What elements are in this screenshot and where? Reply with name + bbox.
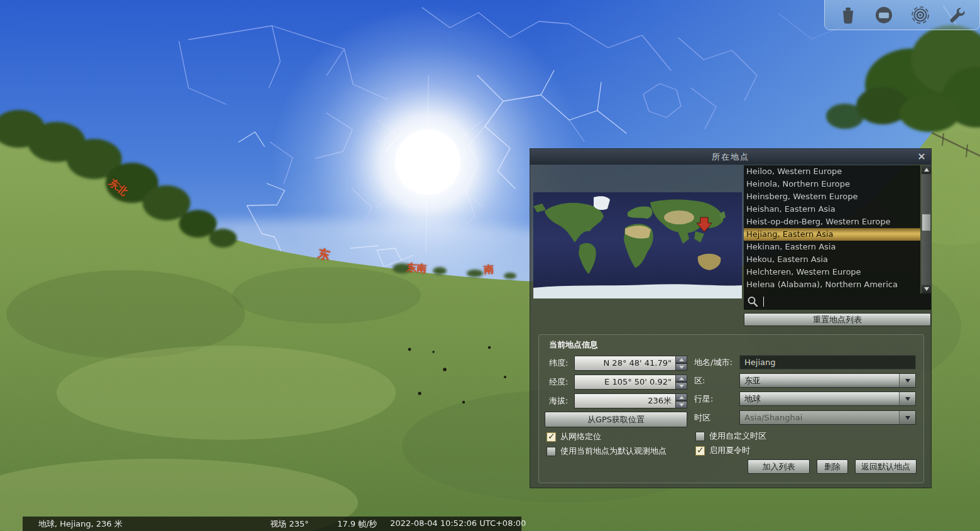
delete-button[interactable]: 删除: [817, 459, 848, 474]
checkbox-label: 使用自定义时区: [709, 430, 766, 442]
chevron-down-icon: [899, 374, 915, 387]
city-name-input[interactable]: Hejiang: [739, 355, 916, 370]
location-list-item[interactable]: Helena (Alabama), Northern America: [744, 278, 920, 291]
region-dropdown[interactable]: 东亚: [739, 373, 916, 388]
return-to-default-button[interactable]: 返回默认地点: [855, 459, 917, 474]
trash-icon[interactable]: [837, 4, 859, 26]
reset-location-list-button[interactable]: 重置地点列表: [744, 313, 931, 326]
longitude-label: 经度:: [549, 375, 568, 390]
altitude-spinbox: 236米: [574, 393, 687, 408]
location-list-item[interactable]: Hekinan, Eastern Asia: [744, 241, 920, 253]
checkbox-use-as-default[interactable]: 使用当前地点为默认观测地点: [547, 446, 667, 457]
checkbox-daylight-saving[interactable]: 启用夏令时: [695, 445, 750, 456]
target-icon[interactable]: [910, 4, 931, 26]
region-value: 东亚: [740, 374, 899, 387]
status-location: 地球, Hejiang, 236 米: [38, 518, 122, 530]
region-label: 区:: [694, 373, 705, 388]
altitude-label: 海拔:: [549, 393, 568, 408]
chevron-down-icon: [899, 392, 915, 405]
search-icon: [747, 296, 758, 307]
location-dialog: 所在地点 ×: [530, 148, 932, 488]
scroll-down-button[interactable]: [922, 285, 931, 293]
checkbox-label: 使用当前地点为默认观测地点: [560, 446, 667, 457]
checkbox-label: 从网络定位: [560, 431, 601, 442]
latitude-decrement-button[interactable]: [676, 363, 687, 371]
current-location-groupbox: 当前地点信息 纬度: N 28° 48' 41.79" 经度: E 105° 5…: [538, 334, 924, 483]
location-list-item[interactable]: Heiloo, Western Europe: [744, 165, 920, 178]
location-search-input[interactable]: [744, 293, 931, 310]
longitude-spinbox: E 105° 50' 0.92": [574, 375, 687, 390]
longitude-increment-button[interactable]: [676, 375, 687, 382]
triangle-down-icon: [924, 287, 929, 291]
timezone-label: 时区: [694, 410, 710, 425]
location-list: Heiloo, Western EuropeHeinola, Northern …: [744, 165, 920, 293]
list-scrollbar: [922, 165, 931, 293]
status-datetime: 2022-08-04 10:52:06 UTC+08:00: [390, 518, 526, 528]
groupbox-title: 当前地点信息: [549, 339, 598, 351]
scroll-up-button[interactable]: [922, 165, 931, 174]
longitude-decrement-button[interactable]: [676, 382, 687, 390]
triangle-down-icon: [679, 366, 684, 369]
checkbox-custom-timezone[interactable]: 使用自定义时区: [695, 430, 766, 442]
location-list-item[interactable]: Helchteren, Western Europe: [744, 266, 920, 278]
checkbox-label: 启用夏令时: [709, 445, 750, 456]
close-icon[interactable]: ×: [916, 150, 927, 163]
map-greenland: [594, 196, 610, 210]
map-antarctica: [533, 284, 742, 298]
location-list-item[interactable]: Heinola, Northern Europe: [744, 178, 920, 190]
altitude-value[interactable]: 236米: [574, 393, 676, 408]
add-to-list-button[interactable]: 加入列表: [748, 459, 810, 474]
location-list-item[interactable]: Hejiang, Eastern Asia: [744, 228, 920, 241]
planet-value: 地球: [740, 392, 899, 405]
wrench-icon[interactable]: [945, 4, 967, 26]
triangle-up-icon: [679, 377, 684, 380]
planet-dropdown[interactable]: 地球: [739, 391, 916, 406]
status-fov: 视场 235°: [270, 518, 308, 530]
longitude-value[interactable]: E 105° 50' 0.92": [574, 375, 676, 390]
triangle-up-icon: [679, 358, 684, 361]
triangle-up-icon: [924, 168, 929, 172]
location-list-item[interactable]: Hekou, Eastern Asia: [744, 253, 920, 266]
status-bar: 地球, Hejiang, 236 米 视场 235° 17.9 帧/秒 2022…: [23, 517, 521, 531]
altitude-decrement-button[interactable]: [676, 401, 687, 408]
location-list-item[interactable]: Heishan, Eastern Asia: [744, 203, 920, 216]
altitude-increment-button[interactable]: [676, 393, 687, 401]
checkbox-icon: [695, 432, 705, 441]
timezone-value: Asia/Shanghai: [740, 411, 899, 424]
world-map[interactable]: [533, 192, 742, 298]
scrollbar-thumb[interactable]: [922, 214, 930, 231]
triangle-down-icon: [679, 403, 684, 407]
checkbox-icon: [547, 447, 556, 456]
map-central-asia-desert: [664, 211, 694, 224]
text-cursor: [763, 297, 764, 307]
latitude-label: 纬度:: [549, 356, 568, 371]
latitude-increment-button[interactable]: [676, 356, 687, 363]
triangle-down-icon: [679, 385, 684, 388]
dialog-title-bar[interactable]: 所在地点: [530, 149, 931, 165]
screen-icon[interactable]: [873, 4, 895, 26]
timezone-dropdown: Asia/Shanghai: [739, 410, 916, 425]
latitude-value[interactable]: N 28° 48' 41.79": [574, 356, 676, 371]
triangle-up-icon: [679, 396, 684, 399]
stellarium-window: 东北 东 东南 南: [0, 0, 980, 531]
chevron-down-icon: [899, 411, 915, 424]
city-name-label: 地名/城市:: [694, 355, 732, 370]
checkbox-network-locate[interactable]: 从网络定位: [547, 431, 601, 442]
location-list-item[interactable]: Heinsberg, Western Europe: [744, 190, 920, 203]
corner-toolbar: [824, 0, 980, 30]
checkbox-icon: [695, 446, 705, 456]
get-location-from-gps-button[interactable]: 从GPS获取位置: [545, 412, 687, 427]
location-list-item[interactable]: Heist-op-den-Berg, Western Europe: [744, 216, 920, 228]
latitude-spinbox: N 28° 48' 41.79": [574, 356, 687, 371]
status-fps: 17.9 帧/秒: [337, 518, 377, 530]
planet-label: 行星:: [694, 391, 713, 407]
checkbox-icon: [547, 432, 556, 442]
